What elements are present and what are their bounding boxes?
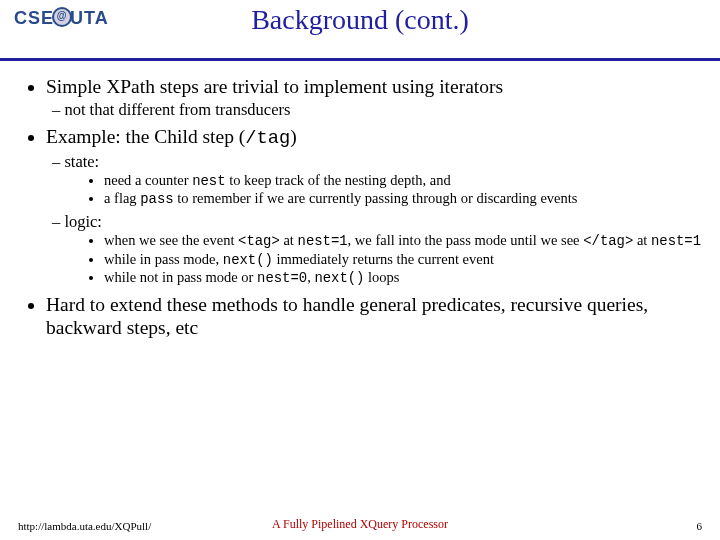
logo-text-left: CSE <box>14 8 54 28</box>
logo: CSE@UTA <box>14 8 109 29</box>
bullet-2: Example: the Child step (/tag) state: ne… <box>46 125 702 286</box>
bullet-2-state-2: a flag pass to remember if we are curren… <box>104 190 702 207</box>
bullet-1-sub-1: not that different from transducers <box>68 100 702 119</box>
bullet-2-logic-2: while in pass mode, next() immediately r… <box>104 251 702 268</box>
footer-url: http://lambda.uta.edu/XQPull/ <box>18 520 151 532</box>
bullets-2-logic-3: while not in pass mode or nest=0, next()… <box>104 269 702 286</box>
bullet-1: Simple XPath steps are trivial to implem… <box>46 75 702 119</box>
bullet-2-state: state: need a counter nest to keep track… <box>68 152 702 208</box>
footer-title: A Fully Pipelined XQuery Processor <box>272 517 448 532</box>
bullet-2-logic: logic: when we see the event <tag> at ne… <box>68 212 702 287</box>
bullet-2-logic-1: when we see the event <tag> at nest=1, w… <box>104 232 702 249</box>
footer-page-number: 6 <box>697 520 703 532</box>
logo-text-right: UTA <box>70 8 109 28</box>
slide-body: Simple XPath steps are trivial to implem… <box>0 61 720 339</box>
bullet-2-state-1: need a counter nest to keep track of the… <box>104 172 702 189</box>
slide-footer: http://lambda.uta.edu/XQPull/ A Fully Pi… <box>0 520 720 532</box>
slide-header: CSE@UTA Background (cont.) <box>0 0 720 61</box>
bullet-3: Hard to extend these methods to handle g… <box>46 293 702 339</box>
